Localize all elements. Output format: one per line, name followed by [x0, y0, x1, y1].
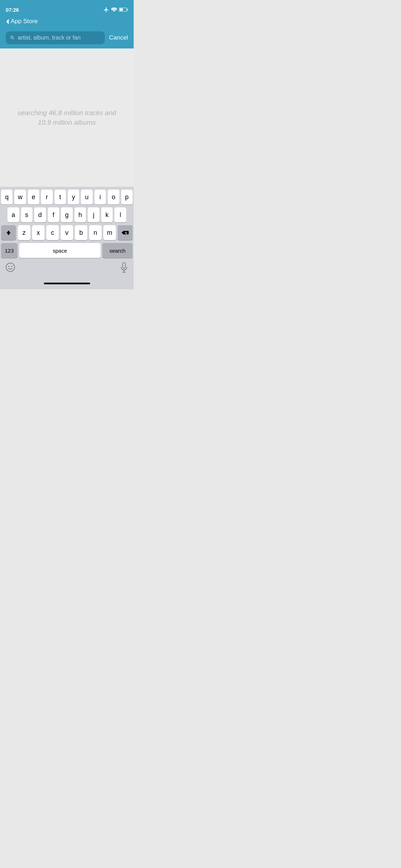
back-button[interactable]: App Store	[6, 18, 38, 25]
backspace-key[interactable]	[118, 225, 133, 240]
key-u[interactable]: u	[81, 190, 92, 205]
key-b[interactable]: b	[75, 225, 87, 240]
key-m[interactable]: m	[103, 225, 116, 240]
key-z[interactable]: z	[18, 225, 30, 240]
svg-point-4	[9, 266, 10, 267]
key-r[interactable]: r	[41, 190, 52, 205]
search-input[interactable]	[18, 35, 101, 41]
keyboard-row-4: 123 space search	[1, 243, 133, 258]
key-p[interactable]: p	[121, 190, 133, 205]
status-time: 07:26	[6, 7, 19, 13]
key-o[interactable]: o	[108, 190, 119, 205]
microphone-icon	[120, 262, 128, 273]
keyboard-row-1: q w e r t y u i o p	[1, 190, 133, 205]
svg-point-5	[11, 266, 12, 267]
search-bar-area: Cancel	[0, 29, 134, 48]
back-chevron-icon	[6, 19, 9, 25]
keyboard: q w e r t y u i o p a s d f g h j k l z …	[0, 187, 134, 289]
key-y[interactable]: y	[68, 190, 79, 205]
shift-key[interactable]	[1, 225, 16, 240]
content-area: searching 46.8 million tracks and 10.9 m…	[0, 48, 134, 187]
key-g[interactable]: g	[61, 207, 73, 222]
key-n[interactable]: n	[89, 225, 102, 240]
status-bar: 07:26	[0, 0, 134, 16]
shift-icon	[5, 229, 12, 236]
key-j[interactable]: j	[88, 207, 99, 222]
nav-bar: App Store	[0, 16, 134, 29]
svg-rect-2	[120, 9, 123, 11]
numbers-key[interactable]: 123	[1, 243, 17, 258]
svg-point-3	[6, 263, 15, 272]
wifi-icon	[111, 7, 117, 12]
key-q[interactable]: q	[1, 190, 12, 205]
key-d[interactable]: d	[34, 207, 46, 222]
key-i[interactable]: i	[94, 190, 106, 205]
status-icons	[103, 7, 128, 12]
microphone-button[interactable]	[120, 262, 128, 274]
svg-rect-6	[123, 263, 125, 268]
key-a[interactable]: a	[7, 207, 19, 222]
search-icon	[10, 35, 15, 40]
home-indicator-bar	[44, 283, 90, 284]
search-hint-text: searching 46.8 million tracks and 10.9 m…	[17, 108, 117, 127]
key-f[interactable]: f	[48, 207, 60, 222]
key-k[interactable]: k	[101, 207, 113, 222]
home-indicator	[1, 277, 133, 289]
keyboard-row-2: a s d f g h j k l	[1, 207, 133, 222]
cancel-button[interactable]: Cancel	[109, 34, 128, 41]
key-v[interactable]: v	[61, 225, 73, 240]
backspace-icon	[122, 230, 129, 236]
keyboard-row-3: z x c v b n m	[1, 225, 133, 240]
search-input-container[interactable]	[6, 31, 105, 44]
key-c[interactable]: c	[46, 225, 59, 240]
key-w[interactable]: w	[14, 190, 26, 205]
search-key[interactable]: search	[102, 243, 133, 258]
svg-rect-1	[127, 9, 128, 10]
key-s[interactable]: s	[21, 207, 33, 222]
keyboard-bottom-row	[1, 261, 133, 277]
emoji-button[interactable]	[5, 262, 15, 274]
space-key[interactable]: space	[19, 243, 101, 258]
airplane-icon	[103, 7, 109, 12]
key-t[interactable]: t	[55, 190, 66, 205]
key-x[interactable]: x	[32, 225, 45, 240]
emoji-icon	[5, 262, 15, 272]
key-l[interactable]: l	[114, 207, 126, 222]
battery-icon	[119, 7, 128, 12]
back-label: App Store	[11, 18, 38, 25]
key-h[interactable]: h	[74, 207, 86, 222]
key-e[interactable]: e	[28, 190, 39, 205]
